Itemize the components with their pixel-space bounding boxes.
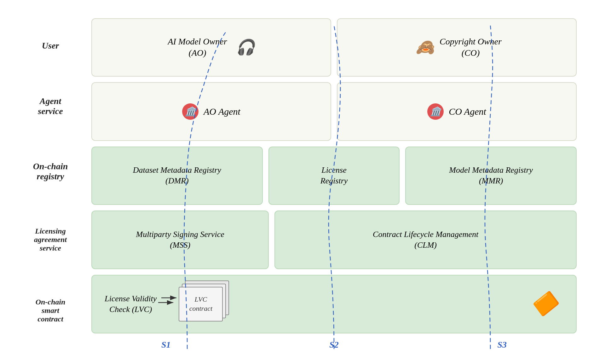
label-user: User <box>19 41 82 51</box>
s2-label: S2 <box>329 340 339 350</box>
cell-ao-user: AI Model Owner(AO) 🎧 <box>91 18 331 77</box>
dmr-text: Dataset Metadata Registry(DMR) <box>133 165 221 186</box>
cell-dmr: Dataset Metadata Registry(DMR) <box>91 147 263 205</box>
label-on-chain-registry: On-chainregistry <box>19 161 82 182</box>
ao-agent-bank-icon: 🏛️ <box>182 103 199 120</box>
license-registry-text: LicenseRegistry <box>320 165 348 186</box>
clm-text: Contract Lifecycle Management(CLM) <box>373 229 478 251</box>
grid-area: AI Model Owner(AO) 🎧 🙈 Copyright Owner(C… <box>82 12 586 352</box>
ao-user-text: AI Model Owner(AO) <box>168 36 227 59</box>
lvc-contract-card: LVCcontract <box>179 287 223 321</box>
s1-label: S1 <box>161 340 171 350</box>
label-on-chain-contract: On-chainsmartcontract <box>19 298 82 323</box>
ao-user-content: AI Model Owner(AO) 🎧 <box>168 36 255 59</box>
lvc-left-arrow2 <box>161 292 180 304</box>
row-labels: User Agentservice On-chainregistry Licen… <box>19 12 82 352</box>
lvc-contract-stack: LVCcontract <box>176 280 232 328</box>
cell-mmr: Model Metadata Registry(MMR) <box>405 147 577 205</box>
ao-agent-content: 🏛️ AO Agent <box>182 103 240 120</box>
cell-co-user: 🙈 Copyright Owner(CO) <box>337 18 577 77</box>
cell-ao-agent: 🏛️ AO Agent <box>91 82 331 141</box>
cell-clm: Contract Lifecycle Management(CLM) <box>274 211 577 269</box>
co-agent-text: CO Agent <box>449 105 486 118</box>
bottom-step-labels: S1 S2 S3 <box>82 340 586 350</box>
co-agent-bank-icon: 🏛️ <box>427 103 444 120</box>
blockchain-icon: 🔶 <box>530 289 558 319</box>
row-licensing: Multiparty Signing Service(MSS) Contract… <box>91 211 577 269</box>
cell-lvc: License ValidityCheck (LVC) <box>91 275 577 333</box>
co-user-content: 🙈 Copyright Owner(CO) <box>412 36 502 59</box>
row-agent-service: 🏛️ AO Agent 🏛️ CO Agent <box>91 82 577 141</box>
row-user: AI Model Owner(AO) 🎧 🙈 Copyright Owner(C… <box>91 18 577 77</box>
co-user-text: Copyright Owner(CO) <box>440 36 502 59</box>
co-agent-content: 🏛️ CO Agent <box>427 103 486 120</box>
ao-agent-text: AO Agent <box>204 105 240 118</box>
label-agent-service: Agentservice <box>19 96 82 116</box>
headset-emoji-icon: 🎧 <box>236 38 255 57</box>
mss-text: Multiparty Signing Service(MSS) <box>136 229 224 251</box>
diagram-wrapper: User Agentservice On-chainregistry Licen… <box>19 12 586 352</box>
s3-label: S3 <box>498 340 507 350</box>
row-on-chain-registry: Dataset Metadata Registry(DMR) LicenseRe… <box>91 147 577 205</box>
cell-mss: Multiparty Signing Service(MSS) <box>91 211 269 269</box>
label-licensing-agreement: Licensingagreementservice <box>19 227 82 252</box>
lvc-contract-text: LVCcontract <box>189 295 212 313</box>
cell-license-registry: LicenseRegistry <box>268 147 400 205</box>
cell-co-agent: 🏛️ CO Agent <box>337 82 577 141</box>
mmr-text: Model Metadata Registry(MMR) <box>449 165 533 186</box>
row-smart-contract: License ValidityCheck (LVC) <box>91 275 577 333</box>
monkey-emoji-icon: 🙈 <box>416 38 435 57</box>
lvc-text: License ValidityCheck (LVC) <box>105 293 157 315</box>
